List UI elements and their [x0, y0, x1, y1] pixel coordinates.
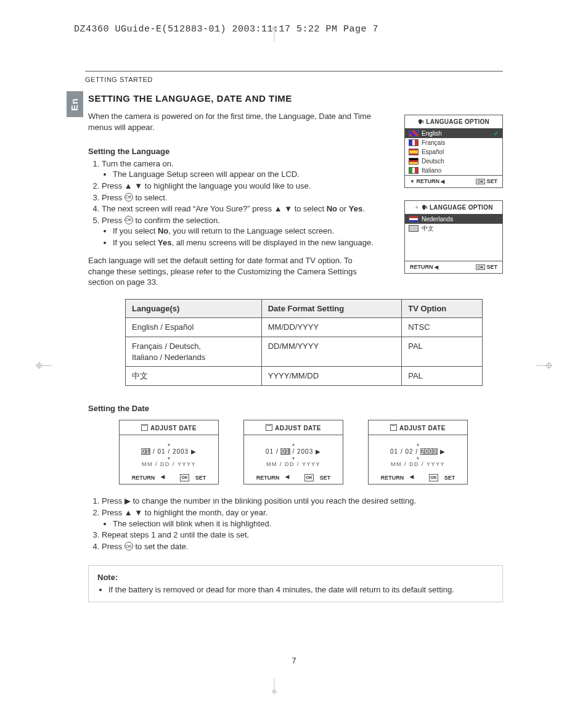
- triangle-up-icon: ▲: [414, 204, 419, 211]
- speech-icon: 🗣: [418, 118, 424, 126]
- triangle-left-icon: ◀: [285, 474, 289, 481]
- ok-badge: OK: [476, 179, 485, 184]
- page-number: 7: [0, 655, 588, 666]
- setting-date-steps: Press ▶ to change the number in the blin…: [88, 496, 503, 552]
- setting-date-heading: Setting the Date: [88, 403, 503, 414]
- ok-icon: OK: [125, 193, 133, 202]
- adjust-date-panel-2: ADJUST DATE ▲ 01 / 01 / 2003 ▶ ▼ MM / DD…: [243, 420, 343, 485]
- language-note-paragraph: Each language will set the default setti…: [88, 255, 372, 288]
- registration-mark-right: [536, 358, 552, 374]
- triangle-left-icon: ◀: [435, 264, 438, 270]
- flag-cn-icon: [409, 225, 419, 232]
- triangle-down-icon: ▼: [134, 181, 142, 192]
- triangle-left-icon: ◀: [161, 474, 165, 481]
- triangle-left-icon: ◀: [441, 179, 444, 184]
- triangle-up-icon: ▲: [416, 443, 420, 446]
- triangle-right-icon: ▶: [440, 448, 446, 455]
- top-rule: [85, 71, 503, 72]
- adjust-date-panel-1: ADJUST DATE ▲ 01 / 01 / 2003 ▶ ▼ MM / DD…: [119, 420, 219, 485]
- triangle-down-icon: ▼: [134, 507, 142, 518]
- triangle-up-icon: ▲: [274, 203, 282, 215]
- adjust-date-panels: ADJUST DATE ▲ 01 / 01 / 2003 ▶ ▼ MM / DD…: [119, 420, 503, 485]
- ok-badge: OK: [304, 474, 314, 481]
- table-row: English / EspañolMM/DD/YYYYNTSC: [126, 318, 483, 337]
- language-option-panel-2: ▲ 🗣 LANGUAGE OPTION Nederlands 中文 RETURN…: [404, 200, 503, 274]
- calendar-icon: [141, 424, 148, 431]
- triangle-up-icon: ▲: [125, 507, 133, 518]
- lang-item-english: English✓: [405, 129, 502, 138]
- triangle-up-icon: ▲: [125, 181, 133, 192]
- lang-item-espanol: Español: [405, 147, 502, 157]
- calendar-icon: [390, 424, 397, 431]
- lang-item-francais: Français: [405, 138, 502, 147]
- triangle-left-icon: ◀: [410, 474, 414, 481]
- ok-badge: OK: [429, 474, 438, 481]
- ok-icon: OK: [125, 216, 133, 224]
- registration-mark-bottom: [266, 678, 282, 694]
- lang-item-chinese: 中文: [405, 224, 502, 233]
- lang-item-italiano: Italiano: [405, 166, 502, 175]
- check-icon: ✓: [494, 129, 499, 138]
- table-row: Français / Deutsch, Italiano / Nederland…: [126, 337, 483, 367]
- table-row: 中文YYYY/MM/DDPAL: [126, 367, 483, 386]
- triangle-up-icon: ▲: [292, 443, 296, 446]
- intro-text: When the camera is powered on for the fi…: [88, 111, 372, 133]
- ok-badge: OK: [476, 264, 485, 270]
- language-format-table: Language(s)Date Format SettingTV Option …: [125, 299, 483, 386]
- flag-uk-icon: [409, 130, 419, 137]
- flag-de-icon: [409, 158, 419, 165]
- speech-icon: 🗣: [422, 203, 428, 212]
- triangle-up-icon: ▲: [167, 443, 171, 446]
- flag-nl-icon: [409, 216, 419, 223]
- page-heading: SETTING THE LANGUAGE, DATE AND TIME: [88, 92, 503, 105]
- flag-es-icon: [409, 149, 419, 155]
- lang-item-deutsch: Deutsch: [405, 157, 502, 166]
- flag-fr-icon: [409, 139, 419, 146]
- flag-it-icon: [409, 167, 419, 174]
- ok-badge: OK: [180, 474, 189, 481]
- section-label: GETTING STARTED: [85, 75, 153, 84]
- ok-icon: OK: [125, 542, 133, 550]
- triangle-right-icon: ▶: [191, 448, 197, 455]
- triangle-down-icon: ▼: [410, 179, 415, 184]
- language-option-panel-1: 🗣 LANGUAGE OPTION English✓ Français Espa…: [404, 115, 503, 188]
- triangle-right-icon: ▶: [125, 496, 131, 507]
- registration-mark-left: [36, 358, 52, 374]
- lang-item-nederlands: Nederlands: [405, 215, 502, 224]
- print-header: DZ4360 UGuide-E(512883-01) 2003:11:17 5:…: [74, 23, 378, 36]
- triangle-right-icon: ▶: [316, 448, 321, 455]
- triangle-down-icon: ▼: [284, 203, 292, 215]
- note-box: Note: If the battery is removed or dead …: [88, 565, 503, 602]
- calendar-icon: [266, 424, 272, 431]
- adjust-date-panel-3: ADJUST DATE ▲ 01 / 02 / 2003 ▶ ▼ MM / DD…: [368, 420, 468, 485]
- registration-mark-top: [266, 26, 282, 42]
- language-tab-en: En: [67, 91, 83, 117]
